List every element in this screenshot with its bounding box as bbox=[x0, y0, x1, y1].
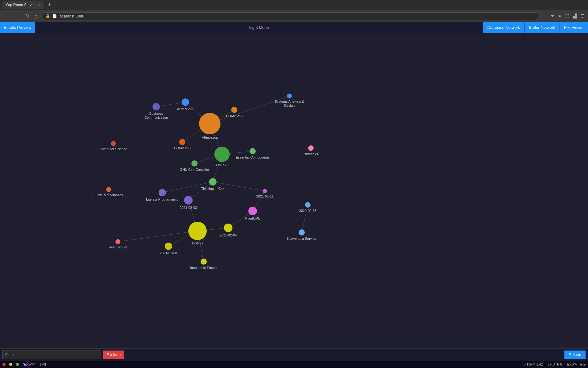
graph-node[interactable] bbox=[248, 207, 257, 215]
browser-nav-bar: ← → ↻ ⌂ 🔒 📄 localhost:8080 ⋯ ❤ ★ ☷ ▟ ☰ bbox=[0, 10, 588, 22]
graph-node[interactable] bbox=[182, 98, 189, 106]
graph-node-label: COMP 200 bbox=[174, 146, 190, 150]
graph-node-label: Hello, world! bbox=[109, 245, 127, 249]
graph-node[interactable] bbox=[199, 113, 221, 134]
graph-node-label: Finite Mathematics bbox=[95, 193, 123, 197]
graph-node-label: Immutable Emacs bbox=[190, 266, 217, 270]
toolbar-left: Enable Preview bbox=[0, 22, 35, 33]
graph-node-label: GNU C++ Compiler bbox=[180, 168, 209, 171]
graph-node-label: 2021-02-04 bbox=[220, 233, 237, 237]
graph-edge bbox=[188, 182, 213, 200]
time-display: 8:18PM 1.42 bbox=[524, 362, 543, 366]
graph-node[interactable] bbox=[159, 189, 166, 196]
graph-node[interactable] bbox=[299, 229, 305, 236]
encoding-display: LF UTF-8 bbox=[548, 362, 562, 366]
forward-btn[interactable]: → bbox=[13, 12, 21, 20]
graph-node-label: PlantUML bbox=[245, 217, 260, 220]
graph-node-label: Birthdays bbox=[304, 152, 318, 156]
workspace-label: *EXWM* bbox=[23, 362, 36, 366]
graph-node[interactable] bbox=[263, 189, 267, 193]
app-toolbar: Enable Preview Light Mode Database Netwo… bbox=[0, 22, 588, 33]
graph-node-label: COMP 268 bbox=[226, 114, 243, 118]
toolbar-right: Database Network Buffer Network File Vie… bbox=[483, 22, 588, 33]
graph-node[interactable] bbox=[308, 145, 314, 151]
graph-node-label: 2021-02-08 bbox=[160, 251, 177, 255]
filter-input[interactable] bbox=[2, 351, 100, 359]
bookmark-heart-btn[interactable]: ❤ bbox=[549, 12, 556, 20]
graph-node[interactable] bbox=[231, 107, 237, 113]
graph-node[interactable] bbox=[111, 141, 116, 146]
graph-node-label: 2021-02-13 bbox=[299, 209, 316, 213]
graph-node[interactable] bbox=[184, 196, 193, 205]
graph-node-label: BusinessCommunication bbox=[145, 112, 168, 119]
status-right: 8:18PM 1.42 LF UTF-8 EXWM : line bbox=[524, 362, 586, 366]
graph-node[interactable] bbox=[165, 243, 172, 250]
tab-close-btn[interactable]: × bbox=[37, 2, 40, 7]
graph-node[interactable] bbox=[153, 103, 160, 110]
reload-nav-btn[interactable]: ↻ bbox=[23, 12, 31, 20]
graph-edge bbox=[118, 231, 198, 242]
status-dot-green bbox=[16, 363, 19, 366]
sidebar-btn[interactable]: ▟ bbox=[572, 12, 578, 20]
graph-node[interactable] bbox=[191, 160, 198, 167]
exclude-btn[interactable]: Exclude bbox=[103, 351, 124, 359]
graph-node-label: Athabasca bbox=[202, 136, 218, 139]
graph-node[interactable] bbox=[201, 259, 207, 265]
reload-btn[interactable]: Reload bbox=[564, 351, 586, 359]
graph-node-label: Computer Science bbox=[100, 147, 127, 151]
graph-node[interactable] bbox=[106, 187, 111, 192]
graph-edge bbox=[156, 102, 185, 107]
light-mode-label: Light Mode bbox=[249, 25, 269, 30]
desktop-label: 1 All bbox=[40, 362, 46, 366]
filter-bar: Exclude Reload bbox=[0, 348, 588, 361]
graph-node-label: Thinking in C++ bbox=[201, 187, 224, 190]
browser-title-bar: Org Roam Server × + bbox=[0, 0, 588, 10]
tab-title: Org Roam Server bbox=[6, 3, 35, 7]
status-dot-red bbox=[2, 363, 6, 366]
new-tab-btn[interactable]: + bbox=[46, 2, 53, 8]
more-btn[interactable]: ⋯ bbox=[541, 12, 548, 20]
graph-node-label: Literate Programming bbox=[146, 197, 179, 201]
address-bar[interactable]: 🔒 📄 localhost:8080 bbox=[41, 12, 540, 20]
graph-node-label: Essential Components bbox=[236, 155, 270, 159]
graph-node[interactable] bbox=[188, 222, 207, 240]
nav-actions: ⋯ ❤ ★ ☷ ▟ ☰ bbox=[541, 12, 586, 20]
graph-node[interactable] bbox=[287, 94, 292, 98]
graph-node-label: Dotfiles bbox=[192, 241, 203, 245]
graph-node-label: 2021-02-03 bbox=[180, 206, 197, 209]
graph-node[interactable] bbox=[214, 147, 230, 162]
graph-node[interactable] bbox=[209, 178, 217, 186]
hamburger-btn[interactable]: ☰ bbox=[579, 12, 586, 20]
mode-display: EXWM : line bbox=[567, 362, 586, 366]
url-display: localhost:8080 bbox=[59, 14, 85, 18]
graph-area: BusinessCommunicationADMN 233COMP 268Sys… bbox=[0, 33, 588, 348]
home-btn[interactable]: ⌂ bbox=[33, 12, 40, 20]
enable-preview-btn[interactable]: Enable Preview bbox=[0, 22, 35, 33]
graph-node[interactable] bbox=[115, 239, 120, 244]
graph-node-label: Systems Analysis &Design bbox=[275, 100, 304, 107]
graph-node-label: Kanye as a Service bbox=[287, 237, 316, 240]
file-viewer-tab[interactable]: File Viewer bbox=[560, 22, 588, 33]
status-bar: *EXWM* 1 All 8:18PM 1.42 LF UTF-8 EXWM :… bbox=[0, 361, 588, 368]
network-graph[interactable]: BusinessCommunicationADMN 233COMP 268Sys… bbox=[0, 33, 588, 348]
buffer-network-tab[interactable]: Buffer Network bbox=[524, 22, 560, 33]
graph-node-label: ADMN 233 bbox=[177, 107, 194, 111]
back-btn[interactable]: ← bbox=[2, 12, 11, 20]
graph-node-label: COMP 206 bbox=[214, 163, 230, 167]
browser-tab[interactable]: Org Roam Server × bbox=[2, 1, 43, 9]
graph-node[interactable] bbox=[179, 139, 185, 145]
graph-node[interactable] bbox=[224, 224, 232, 232]
star-btn[interactable]: ★ bbox=[557, 12, 563, 20]
graph-node[interactable] bbox=[250, 148, 256, 154]
database-network-tab[interactable]: Database Network bbox=[483, 22, 524, 33]
graph-node-label: 2021-02-11 bbox=[256, 194, 273, 198]
graph-node[interactable] bbox=[305, 202, 311, 208]
grid-btn[interactable]: ☷ bbox=[564, 12, 571, 20]
status-dot-yellow bbox=[9, 363, 12, 366]
toolbar-center: Light Mode bbox=[35, 25, 483, 30]
